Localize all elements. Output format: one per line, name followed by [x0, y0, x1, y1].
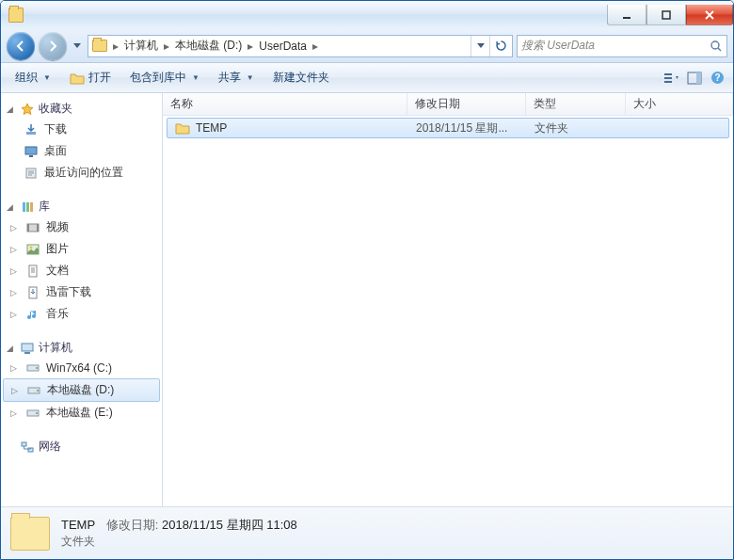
- libraries-label: 库: [39, 199, 50, 215]
- breadcrumb-drive[interactable]: 本地磁盘 (D:): [171, 36, 246, 56]
- back-button[interactable]: [7, 32, 35, 60]
- preview-pane-button[interactable]: [684, 72, 705, 85]
- video-icon: [25, 220, 40, 235]
- column-type[interactable]: 类型: [526, 93, 626, 115]
- svg-rect-25: [24, 352, 30, 354]
- svg-rect-7: [696, 72, 701, 84]
- help-button[interactable]: ?: [707, 71, 727, 85]
- file-list[interactable]: TEMP 2018/11/15 星期... 文件夹: [163, 116, 733, 506]
- details-pane: TEMP 修改日期: 2018/11/15 星期四 11:08 文件夹: [1, 506, 733, 559]
- forward-button[interactable]: [39, 32, 67, 60]
- breadcrumb-sep-icon[interactable]: ▸: [246, 40, 255, 53]
- details-type: 文件夹: [61, 534, 297, 550]
- maximize-button[interactable]: [646, 5, 686, 25]
- expand-icon: ▷: [10, 363, 20, 373]
- sidebar-item-desktop[interactable]: 桌面: [1, 140, 162, 162]
- svg-point-29: [37, 390, 39, 392]
- drive-icon: [25, 406, 40, 421]
- network-icon: [20, 440, 35, 455]
- favorites-group: ◢ 收藏夹 下载 桌面 最近访问的位置: [1, 99, 162, 184]
- details-name: TEMP: [61, 518, 95, 532]
- svg-point-31: [36, 412, 38, 414]
- new-folder-button[interactable]: 新建文件夹: [264, 67, 338, 89]
- expand-icon: ▷: [10, 288, 20, 297]
- breadcrumb-computer[interactable]: 计算机: [120, 36, 162, 56]
- computer-group: ◢ 计算机 ▷Win7x64 (C:) ▷本地磁盘 (D:) ▷本地磁盘 (E:…: [1, 338, 162, 424]
- breadcrumb-folder[interactable]: UserData: [255, 36, 311, 56]
- close-button[interactable]: [686, 5, 733, 25]
- svg-rect-5: [664, 81, 672, 83]
- svg-rect-12: [29, 155, 33, 157]
- sidebar-item-xunlei[interactable]: ▷迅雷下载: [1, 281, 162, 303]
- include-button[interactable]: 包含到库中▼: [121, 67, 208, 89]
- breadcrumb-sep-icon[interactable]: ▸: [111, 40, 120, 53]
- star-icon: [20, 102, 35, 117]
- column-date[interactable]: 修改日期: [407, 93, 526, 115]
- search-icon: [710, 40, 723, 53]
- svg-rect-18: [27, 224, 29, 232]
- search-box[interactable]: 搜索 UserData: [517, 35, 727, 57]
- expand-icon: ▷: [10, 223, 20, 232]
- open-button[interactable]: 打开: [61, 67, 120, 89]
- sidebar-item-drive-e[interactable]: ▷本地磁盘 (E:): [1, 402, 162, 424]
- breadcrumb-sep-icon[interactable]: ▸: [311, 40, 320, 53]
- body: ◢ 收藏夹 下载 桌面 最近访问的位置 ◢ 库 ▷视频 ▷图片 ▷文档 ▷迅雷下…: [1, 93, 733, 506]
- download-icon: [24, 122, 39, 137]
- svg-rect-22: [29, 265, 37, 277]
- network-label: 网络: [39, 439, 61, 455]
- folder-large-icon: [10, 517, 50, 551]
- svg-rect-24: [22, 344, 33, 351]
- window-buttons: [607, 5, 733, 25]
- sidebar-item-documents[interactable]: ▷文档: [1, 260, 162, 281]
- address-dropdown[interactable]: [471, 36, 489, 56]
- file-row[interactable]: TEMP 2018/11/15 星期... 文件夹: [167, 118, 729, 138]
- minimize-button[interactable]: [607, 5, 646, 25]
- libraries-group: ◢ 库 ▷视频 ▷图片 ▷文档 ▷迅雷下载 ▷音乐: [1, 197, 162, 325]
- svg-rect-11: [25, 147, 37, 154]
- share-button[interactable]: 共享▼: [210, 67, 263, 89]
- picture-icon: [25, 242, 40, 257]
- column-size[interactable]: 大小: [626, 93, 733, 115]
- nav-history-dropdown[interactable]: [71, 43, 84, 48]
- title-bar[interactable]: [1, 1, 733, 29]
- details-date: 2018/11/15 星期四 11:08: [162, 518, 297, 532]
- drive-icon: [26, 383, 41, 398]
- computer-header[interactable]: ◢ 计算机: [1, 338, 162, 358]
- sidebar-item-drive-c[interactable]: ▷Win7x64 (C:): [1, 358, 162, 378]
- view-options-button[interactable]: [662, 72, 682, 85]
- search-placeholder: 搜索 UserData: [521, 38, 595, 54]
- organize-button[interactable]: 组织▼: [7, 67, 59, 89]
- column-name[interactable]: 名称: [163, 93, 407, 115]
- svg-rect-16: [30, 202, 33, 212]
- sidebar-item-music[interactable]: ▷音乐: [1, 303, 162, 325]
- favorites-header[interactable]: ◢ 收藏夹: [1, 99, 162, 119]
- sidebar-item-videos[interactable]: ▷视频: [1, 216, 162, 238]
- folder-icon: [175, 120, 190, 136]
- favorites-label: 收藏夹: [39, 101, 72, 117]
- sidebar-item-drive-d[interactable]: ▷本地磁盘 (D:): [3, 378, 160, 402]
- svg-rect-32: [22, 442, 26, 446]
- svg-rect-19: [37, 224, 39, 232]
- music-icon: [25, 307, 40, 322]
- address-bar[interactable]: ▸ 计算机 ▸ 本地磁盘 (D:) ▸ UserData ▸: [88, 35, 513, 57]
- libraries-header[interactable]: ◢ 库: [1, 197, 162, 216]
- details-date-label: 修改日期:: [106, 518, 159, 532]
- computer-icon: [20, 341, 35, 356]
- breadcrumb-sep-icon[interactable]: ▸: [162, 40, 171, 53]
- explorer-window: ▸ 计算机 ▸ 本地磁盘 (D:) ▸ UserData ▸ 搜索 UserDa…: [0, 0, 734, 560]
- sidebar-item-pictures[interactable]: ▷图片: [1, 238, 162, 260]
- sidebar-item-downloads[interactable]: 下载: [1, 119, 162, 140]
- svg-point-2: [711, 41, 719, 49]
- svg-rect-3: [664, 73, 672, 75]
- computer-label: 计算机: [39, 340, 72, 356]
- svg-rect-15: [26, 202, 29, 212]
- svg-rect-0: [623, 17, 630, 19]
- download-icon: [25, 285, 40, 300]
- folder-icon: [92, 40, 107, 52]
- window-folder-icon: [8, 8, 24, 23]
- refresh-button[interactable]: [489, 36, 512, 56]
- network-header[interactable]: ▷ 网络: [1, 437, 162, 456]
- sidebar-item-recent[interactable]: 最近访问的位置: [1, 162, 162, 184]
- expand-icon: ▷: [10, 245, 20, 254]
- drive-icon: [25, 360, 40, 376]
